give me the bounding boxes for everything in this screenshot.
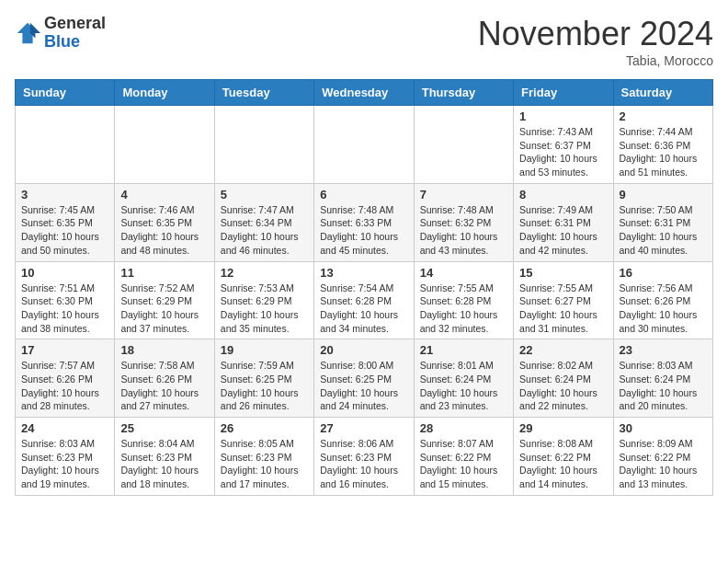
day-info: Sunrise: 8:07 AM Sunset: 6:22 PM Dayligh… xyxy=(420,437,507,491)
day-number: 26 xyxy=(221,421,308,435)
logo-text: General Blue xyxy=(44,15,106,52)
day-info: Sunrise: 8:03 AM Sunset: 6:23 PM Dayligh… xyxy=(21,437,108,491)
day-number: 2 xyxy=(620,109,707,123)
day-number: 16 xyxy=(620,266,707,280)
calendar-cell: 30Sunrise: 8:09 AM Sunset: 6:22 PM Dayli… xyxy=(613,418,712,496)
title-block: November 2024 Tabia, Morocco xyxy=(478,15,713,68)
day-number: 17 xyxy=(21,343,108,357)
day-number: 21 xyxy=(420,343,507,357)
day-number: 4 xyxy=(120,188,208,201)
day-number: 11 xyxy=(120,266,208,280)
weekday-header-row: SundayMondayTuesdayWednesdayThursdayFrid… xyxy=(16,80,713,106)
calendar-cell: 12Sunrise: 7:53 AM Sunset: 6:29 PM Dayli… xyxy=(214,261,313,339)
calendar-cell: 21Sunrise: 8:01 AM Sunset: 6:24 PM Dayli… xyxy=(414,339,513,418)
day-info: Sunrise: 7:44 AM Sunset: 6:36 PM Dayligh… xyxy=(620,125,707,179)
weekday-header-thursday: Thursday xyxy=(414,80,513,106)
calendar-cell: 4Sunrise: 7:46 AM Sunset: 6:35 PM Daylig… xyxy=(115,183,214,261)
day-info: Sunrise: 8:09 AM Sunset: 6:22 PM Dayligh… xyxy=(620,437,707,491)
day-info: Sunrise: 7:48 AM Sunset: 6:32 PM Dayligh… xyxy=(420,203,507,258)
calendar-cell xyxy=(115,106,214,184)
logo-general: General xyxy=(44,15,106,33)
day-number: 15 xyxy=(519,266,607,280)
month-title: November 2024 xyxy=(478,15,713,53)
day-info: Sunrise: 7:58 AM Sunset: 6:26 PM Dayligh… xyxy=(120,359,208,413)
calendar-cell: 18Sunrise: 7:58 AM Sunset: 6:26 PM Dayli… xyxy=(115,339,214,418)
weekday-header-monday: Monday xyxy=(115,80,214,106)
day-number: 13 xyxy=(320,266,407,280)
calendar-cell: 25Sunrise: 8:04 AM Sunset: 6:23 PM Dayli… xyxy=(115,418,214,496)
calendar-cell xyxy=(314,106,414,184)
logo: General Blue xyxy=(15,15,106,52)
day-number: 3 xyxy=(21,188,108,201)
day-number: 10 xyxy=(21,266,108,280)
weekday-header-friday: Friday xyxy=(514,80,613,106)
weekday-header-wednesday: Wednesday xyxy=(314,80,414,106)
day-number: 23 xyxy=(620,343,707,357)
calendar-cell: 3Sunrise: 7:45 AM Sunset: 6:35 PM Daylig… xyxy=(16,183,115,261)
day-number: 29 xyxy=(519,421,607,435)
calendar-cell: 1Sunrise: 7:43 AM Sunset: 6:37 PM Daylig… xyxy=(514,106,613,184)
day-number: 27 xyxy=(320,421,407,435)
day-number: 25 xyxy=(120,421,208,435)
week-row-2: 3Sunrise: 7:45 AM Sunset: 6:35 PM Daylig… xyxy=(16,183,713,261)
day-info: Sunrise: 7:46 AM Sunset: 6:35 PM Dayligh… xyxy=(120,203,208,258)
day-number: 22 xyxy=(519,343,607,357)
day-info: Sunrise: 8:08 AM Sunset: 6:22 PM Dayligh… xyxy=(519,437,607,491)
day-info: Sunrise: 7:50 AM Sunset: 6:31 PM Dayligh… xyxy=(620,203,707,258)
page-header: General Blue November 2024 Tabia, Morocc… xyxy=(15,15,713,68)
day-info: Sunrise: 8:01 AM Sunset: 6:24 PM Dayligh… xyxy=(420,359,507,413)
day-info: Sunrise: 7:47 AM Sunset: 6:34 PM Dayligh… xyxy=(221,203,308,258)
calendar-cell: 26Sunrise: 8:05 AM Sunset: 6:23 PM Dayli… xyxy=(214,418,313,496)
day-info: Sunrise: 7:53 AM Sunset: 6:29 PM Dayligh… xyxy=(221,282,308,336)
logo-blue: Blue xyxy=(44,33,106,52)
day-number: 28 xyxy=(420,421,507,435)
calendar-cell: 13Sunrise: 7:54 AM Sunset: 6:28 PM Dayli… xyxy=(314,261,414,339)
day-number: 1 xyxy=(519,109,607,123)
logo-icon xyxy=(15,20,40,46)
calendar-cell: 2Sunrise: 7:44 AM Sunset: 6:36 PM Daylig… xyxy=(613,106,712,184)
calendar-cell xyxy=(16,106,115,184)
calendar-cell: 6Sunrise: 7:48 AM Sunset: 6:33 PM Daylig… xyxy=(314,183,414,261)
day-info: Sunrise: 8:06 AM Sunset: 6:23 PM Dayligh… xyxy=(320,437,407,491)
location: Tabia, Morocco xyxy=(478,53,713,68)
day-info: Sunrise: 7:54 AM Sunset: 6:28 PM Dayligh… xyxy=(320,282,407,336)
calendar-cell: 17Sunrise: 7:57 AM Sunset: 6:26 PM Dayli… xyxy=(16,339,115,418)
day-info: Sunrise: 7:57 AM Sunset: 6:26 PM Dayligh… xyxy=(21,359,108,413)
day-number: 19 xyxy=(221,343,308,357)
day-info: Sunrise: 7:55 AM Sunset: 6:27 PM Dayligh… xyxy=(519,282,607,336)
weekday-header-saturday: Saturday xyxy=(613,80,712,106)
calendar-cell: 5Sunrise: 7:47 AM Sunset: 6:34 PM Daylig… xyxy=(214,183,313,261)
calendar-cell: 8Sunrise: 7:49 AM Sunset: 6:31 PM Daylig… xyxy=(514,183,613,261)
day-info: Sunrise: 7:56 AM Sunset: 6:26 PM Dayligh… xyxy=(620,282,707,336)
calendar-cell: 22Sunrise: 8:02 AM Sunset: 6:24 PM Dayli… xyxy=(514,339,613,418)
day-info: Sunrise: 7:55 AM Sunset: 6:28 PM Dayligh… xyxy=(420,282,507,336)
calendar-cell: 15Sunrise: 7:55 AM Sunset: 6:27 PM Dayli… xyxy=(514,261,613,339)
week-row-5: 24Sunrise: 8:03 AM Sunset: 6:23 PM Dayli… xyxy=(16,418,713,496)
weekday-header-tuesday: Tuesday xyxy=(214,80,313,106)
calendar-cell: 28Sunrise: 8:07 AM Sunset: 6:22 PM Dayli… xyxy=(414,418,513,496)
day-number: 24 xyxy=(21,421,108,435)
day-info: Sunrise: 8:04 AM Sunset: 6:23 PM Dayligh… xyxy=(120,437,208,491)
weekday-header-sunday: Sunday xyxy=(16,80,115,106)
calendar-cell: 27Sunrise: 8:06 AM Sunset: 6:23 PM Dayli… xyxy=(314,418,414,496)
day-number: 9 xyxy=(620,188,707,201)
day-info: Sunrise: 7:48 AM Sunset: 6:33 PM Dayligh… xyxy=(320,203,407,258)
calendar-cell: 23Sunrise: 8:03 AM Sunset: 6:24 PM Dayli… xyxy=(613,339,712,418)
day-number: 8 xyxy=(519,188,607,201)
day-info: Sunrise: 7:45 AM Sunset: 6:35 PM Dayligh… xyxy=(21,203,108,258)
day-number: 20 xyxy=(320,343,407,357)
calendar-cell: 10Sunrise: 7:51 AM Sunset: 6:30 PM Dayli… xyxy=(16,261,115,339)
day-info: Sunrise: 7:51 AM Sunset: 6:30 PM Dayligh… xyxy=(21,282,108,336)
day-number: 5 xyxy=(221,188,308,201)
day-info: Sunrise: 8:03 AM Sunset: 6:24 PM Dayligh… xyxy=(620,359,707,413)
day-number: 7 xyxy=(420,188,507,201)
day-info: Sunrise: 8:02 AM Sunset: 6:24 PM Dayligh… xyxy=(519,359,607,413)
calendar-cell: 29Sunrise: 8:08 AM Sunset: 6:22 PM Dayli… xyxy=(514,418,613,496)
calendar-cell xyxy=(214,106,313,184)
day-info: Sunrise: 7:59 AM Sunset: 6:25 PM Dayligh… xyxy=(221,359,308,413)
calendar-cell: 14Sunrise: 7:55 AM Sunset: 6:28 PM Dayli… xyxy=(414,261,513,339)
calendar-cell: 16Sunrise: 7:56 AM Sunset: 6:26 PM Dayli… xyxy=(613,261,712,339)
day-number: 18 xyxy=(120,343,208,357)
week-row-4: 17Sunrise: 7:57 AM Sunset: 6:26 PM Dayli… xyxy=(16,339,713,418)
day-number: 12 xyxy=(221,266,308,280)
